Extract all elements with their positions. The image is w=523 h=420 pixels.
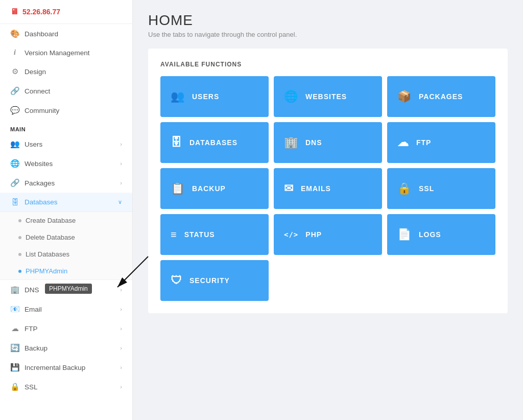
security-func-icon: 🛡 (171, 274, 182, 287)
sidebar-item-version-management[interactable]: i Version Management (0, 43, 132, 62)
phpmyadmin-item[interactable]: PHPMYAdmin PHPMYAdmin (0, 263, 132, 279)
dot-blue-icon (18, 270, 21, 273)
packages-icon: 🔗 (10, 178, 19, 188)
email-icon: 📧 (10, 305, 19, 314)
packages-func-icon: 📦 (397, 90, 412, 103)
incremental-backup-icon: 💾 (10, 363, 19, 372)
users-func-icon: 👥 (171, 90, 185, 103)
chevron-right-icon: › (120, 141, 122, 147)
chevron-right-icon: › (120, 287, 122, 293)
chevron-right-icon: › (120, 180, 122, 186)
sidebar-item-ftp[interactable]: ☁ FTP › (0, 319, 132, 338)
sidebar-item-backup[interactable]: 🔄 Backup › (0, 338, 132, 358)
func-users-button[interactable]: 👥 USERS (160, 76, 269, 117)
chevron-down-icon: ∨ (118, 199, 122, 205)
sidebar: 🖥 52.26.86.77 🎨 Dashboard i Version Mana… (0, 0, 133, 420)
chevron-right-icon: › (120, 345, 122, 351)
chevron-right-icon: › (120, 325, 122, 332)
available-functions-label: AVAILABLE FUNCTIONS (160, 61, 495, 68)
ftp-func-icon: ☁ (397, 136, 409, 149)
dns-func-icon: 🏢 (284, 136, 298, 149)
sidebar-item-connect[interactable]: 🔗 Connect (0, 81, 132, 101)
func-websites-button[interactable]: 🌐 WEBSITES (274, 76, 382, 117)
chevron-right-icon: › (120, 364, 122, 370)
sidebar-item-community[interactable]: 💬 Community (0, 101, 132, 120)
databases-func-icon: 🗄 (171, 136, 182, 149)
dashboard-icon: 🎨 (10, 29, 19, 38)
backup-icon: 🔄 (10, 343, 19, 353)
create-database-item[interactable]: Create Database (0, 212, 132, 229)
chevron-right-icon: › (120, 306, 122, 312)
sidebar-item-dashboard[interactable]: 🎨 Dashboard (0, 24, 132, 43)
dot-icon (18, 219, 21, 222)
ssl-icon: 🔒 (10, 382, 19, 391)
delete-database-item[interactable]: Delete Database (0, 229, 132, 246)
func-logs-button[interactable]: 📄 LOGS (387, 214, 495, 255)
func-php-button[interactable]: </> PHP (274, 214, 382, 255)
emails-func-icon: ✉ (284, 182, 294, 195)
community-icon: 💬 (10, 106, 19, 115)
backup-func-icon: 📋 (171, 182, 185, 195)
list-databases-item[interactable]: List Databases (0, 246, 132, 263)
logs-func-icon: 📄 (397, 228, 412, 241)
status-func-icon: ≡ (171, 229, 177, 241)
ftp-icon: ☁ (10, 324, 19, 333)
monitor-icon: 🖥 (10, 7, 18, 16)
dns-icon: 🏢 (10, 285, 19, 294)
database-icon: 🗄 (10, 198, 19, 206)
page-subtitle: Use the tabs to navigate through the con… (148, 31, 508, 38)
dot-icon (18, 253, 21, 256)
dot-icon (18, 236, 21, 239)
chevron-right-icon: › (120, 160, 122, 167)
databases-submenu: Create Database Delete Database List Dat… (0, 212, 132, 280)
server-ip[interactable]: 🖥 52.26.86.77 (0, 0, 132, 24)
functions-grid: 👥 USERS 🌐 WEBSITES 📦 PACKAGES 🗄 DATABASE… (160, 76, 495, 301)
users-icon: 👥 (10, 139, 19, 149)
func-packages-button[interactable]: 📦 PACKAGES (387, 76, 495, 117)
sidebar-item-packages[interactable]: 🔗 Packages › (0, 173, 132, 193)
sidebar-item-ssl[interactable]: 🔒 SSL › (0, 377, 132, 396)
sidebar-item-incremental-backup[interactable]: 💾 Incremental Backup › (0, 358, 132, 377)
info-icon: i (10, 49, 19, 57)
sidebar-item-websites[interactable]: 🌐 Websites › (0, 154, 132, 173)
func-ftp-button[interactable]: ☁ FTP (387, 122, 495, 163)
phpmyadmin-tooltip: PHPMYAdmin (45, 284, 92, 294)
websites-func-icon: 🌐 (284, 90, 298, 103)
func-emails-button[interactable]: ✉ EMAILS (274, 168, 382, 209)
globe-icon: 🌐 (10, 159, 19, 168)
content-card: AVAILABLE FUNCTIONS 👥 USERS 🌐 WEBSITES 📦… (148, 49, 508, 313)
sidebar-item-email[interactable]: 📧 Email › (0, 299, 132, 319)
func-databases-button[interactable]: 🗄 DATABASES (160, 122, 269, 163)
gear-icon: ⚙ (10, 67, 19, 76)
sidebar-item-users[interactable]: 👥 Users › (0, 134, 132, 154)
ssl-func-icon: 🔒 (397, 182, 412, 195)
main-section-label: MAIN (0, 120, 132, 134)
sidebar-item-databases[interactable]: 🗄 Databases ∨ (0, 193, 132, 212)
func-backup-button[interactable]: 📋 BACKUP (160, 168, 269, 209)
chevron-right-icon: › (120, 384, 122, 390)
func-status-button[interactable]: ≡ STATUS (160, 214, 269, 255)
php-func-icon: </> (284, 230, 298, 239)
page-title: HOME (148, 12, 508, 29)
sidebar-item-design[interactable]: ⚙ Design (0, 62, 132, 81)
main-content: HOME Use the tabs to navigate through th… (133, 0, 523, 420)
func-dns-button[interactable]: 🏢 DNS (274, 122, 382, 163)
func-security-button[interactable]: 🛡 SECURITY (160, 260, 269, 301)
func-ssl-button[interactable]: 🔒 SSL (387, 168, 495, 209)
connect-icon: 🔗 (10, 86, 19, 96)
